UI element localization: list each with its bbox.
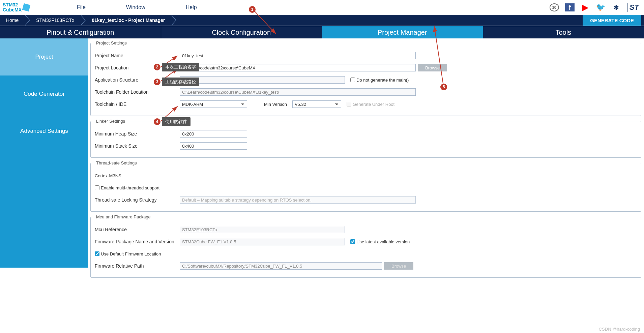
- annot-5: 5: [440, 84, 447, 90]
- crumb-chip[interactable]: STM32F103RCTx: [30, 15, 80, 26]
- use-default-fw-checkbox[interactable]: Use Default Firmware Location: [95, 251, 161, 256]
- youtube-icon[interactable]: ▶: [581, 3, 590, 11]
- fw-relpath-label: Firmware Relative Path: [95, 263, 180, 269]
- st-logo[interactable]: ST: [627, 3, 641, 12]
- thread-core-text: Cortex-M3NS: [95, 173, 121, 178]
- tab-project-manager[interactable]: Project Manager: [322, 26, 483, 38]
- watermark: CSDN @hard-coding: [599, 327, 640, 332]
- badge-icon[interactable]: 10: [550, 3, 559, 11]
- app-logo: STM32 CubeMX: [3, 2, 30, 13]
- toolchain-folder-input: [180, 88, 416, 96]
- project-name-input[interactable]: [180, 52, 416, 59]
- stack-label: Minimum Stack Size: [95, 143, 180, 149]
- no-main-checkbox[interactable]: Do not generate the main(): [350, 78, 409, 83]
- annot-4: 4使用的软件: [154, 117, 191, 126]
- top-menu-bar: STM32 CubeMX File Window Help 10 f ▶ 🐦 ✱…: [0, 0, 644, 15]
- logo-line2: CubeMX: [3, 7, 22, 12]
- annot-3: 3工程的存放路径: [154, 78, 199, 86]
- annot-1: 1: [249, 6, 256, 13]
- toolchain-ide-label: Toolchain / IDE: [95, 101, 180, 107]
- sidebar-blank: [0, 150, 88, 268]
- toolchain-ide-select[interactable]: MDK-ARM: [180, 100, 247, 108]
- tab-clock[interactable]: Clock Configuration: [161, 26, 322, 38]
- crumb-home[interactable]: Home: [0, 15, 25, 26]
- fw-relpath-input: [180, 262, 382, 270]
- menu-window[interactable]: Window: [126, 4, 145, 10]
- firmware-legend: Mcu and Firmware Package: [95, 214, 152, 219]
- thread-strategy-label: Thread-safe Locking Strategy: [95, 197, 180, 203]
- mcu-ref-input: [180, 226, 345, 233]
- fw-pkg-select[interactable]: STM32Cube FW_F1 V1.8.5: [180, 238, 345, 245]
- sidebar-project[interactable]: Project: [0, 38, 88, 75]
- pm-sidebar: Project Code Generator Advanced Settings: [0, 38, 88, 268]
- enable-multithread-checkbox[interactable]: Enable multi-threaded support: [95, 185, 159, 190]
- heap-input[interactable]: [180, 130, 247, 138]
- toolchain-folder-label: Toolchain Folder Location: [95, 89, 180, 95]
- thread-safe-group: Thread-safe Settings Cortex-M3NS Enable …: [90, 160, 641, 212]
- stack-input[interactable]: [180, 142, 247, 150]
- tab-tools[interactable]: Tools: [483, 26, 644, 38]
- min-version-label: Min Version: [264, 102, 287, 107]
- generate-code-button[interactable]: GENERATE CODE: [583, 15, 641, 26]
- twitter-icon[interactable]: 🐦: [596, 3, 606, 11]
- linker-legend: Linker Settings: [95, 119, 126, 124]
- project-name-label: Project Name: [95, 53, 180, 58]
- menu-file[interactable]: File: [77, 4, 86, 10]
- min-version-select[interactable]: V5.32: [292, 100, 341, 108]
- content-panel: Project Settings Project Name Project Lo…: [88, 38, 644, 268]
- main-area: Project Code Generator Advanced Settings…: [0, 38, 644, 268]
- annot-2: 2本次工程的名字: [154, 63, 199, 71]
- project-location-input[interactable]: [180, 64, 416, 71]
- cube-icon: [22, 3, 30, 11]
- mcu-ref-label: Mcu Reference: [95, 227, 180, 232]
- tab-pinout[interactable]: Pinout & Configuration: [0, 26, 161, 38]
- gen-under-root-checkbox: Generate Under Root: [347, 102, 394, 107]
- social-icons: 10 f ▶ 🐦 ✱ ST: [550, 3, 641, 12]
- project-settings-legend: Project Settings: [95, 40, 128, 46]
- use-latest-checkbox[interactable]: Use latest available version: [350, 239, 410, 244]
- crumb-project[interactable]: 01key_test.ioc - Project Manager: [86, 15, 171, 26]
- heap-label: Minimum Heap Size: [95, 131, 180, 137]
- main-menu: File Window Help: [77, 4, 197, 10]
- browse-fw-button: Browse: [384, 262, 413, 270]
- browse-location-button[interactable]: Browse: [418, 64, 447, 71]
- sidebar-codegen[interactable]: Code Generator: [0, 75, 88, 113]
- fw-pkg-label: Firmware Package Name and Version: [95, 239, 180, 244]
- thread-legend: Thread-safe Settings: [95, 160, 138, 165]
- app-structure-select[interactable]: Basic: [180, 76, 345, 84]
- firmware-group: Mcu and Firmware Package Mcu Reference F…: [90, 214, 641, 278]
- logo-line1: STM32: [3, 2, 22, 7]
- facebook-icon[interactable]: f: [565, 3, 575, 11]
- share-icon[interactable]: ✱: [612, 3, 621, 11]
- sidebar-advanced[interactable]: Advanced Settings: [0, 113, 88, 150]
- main-tabs: Pinout & Configuration Clock Configurati…: [0, 26, 644, 38]
- thread-strategy-select: Default – Mapping suitable strategy depe…: [180, 196, 416, 204]
- menu-help[interactable]: Help: [186, 4, 197, 10]
- breadcrumb-bar: Home STM32F103RCTx 01key_test.ioc - Proj…: [0, 15, 644, 26]
